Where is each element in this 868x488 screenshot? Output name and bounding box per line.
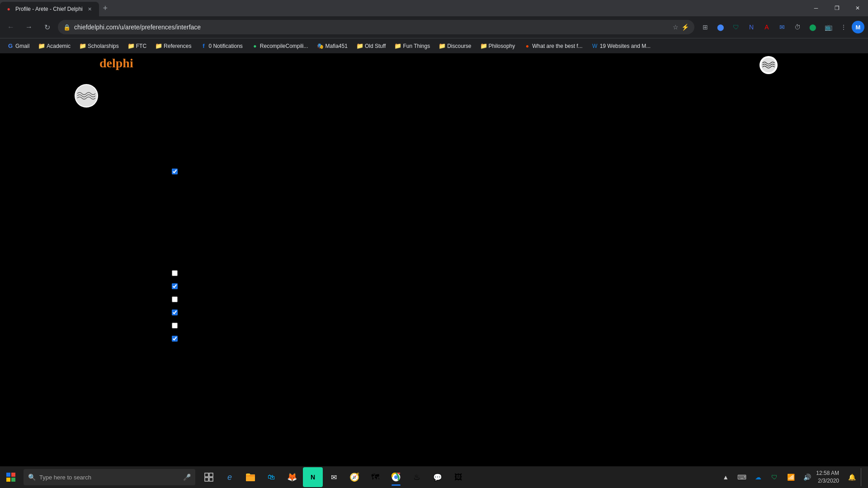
taskbar-search[interactable]: 🔍 Type here to search 🎤 — [24, 469, 195, 485]
svg-rect-7 — [209, 473, 213, 477]
active-tab[interactable]: ● Profile - Arete - Chief Delphi ✕ — [0, 2, 99, 16]
checkbox-item-2 — [172, 296, 178, 302]
time-display: 12:58 AM — [816, 469, 839, 477]
avatar-top-right[interactable] — [760, 56, 778, 74]
tab-favicon: ● — [5, 6, 12, 12]
onedrive-icon[interactable]: ☁ — [751, 470, 765, 484]
avatar-left[interactable] — [75, 84, 98, 108]
bookmark-academic[interactable]: 📁 Academic — [35, 40, 74, 52]
profile-avatar[interactable]: M — [852, 21, 864, 33]
url-icons: ☆ ⚡ — [673, 23, 689, 31]
taskbar-chrome[interactable] — [386, 467, 406, 487]
forward-button[interactable]: → — [22, 20, 36, 34]
minimize-button[interactable]: ─ — [806, 0, 826, 16]
bookmark-whatare[interactable]: ● What are the best f... — [520, 40, 586, 52]
taskbar-file-explorer[interactable] — [241, 467, 260, 487]
close-button[interactable]: ✕ — [847, 0, 868, 16]
tab-bar: ● Profile - Arete - Chief Delphi ✕ + ─ ❐… — [0, 0, 868, 16]
address-bar: ← → ↻ 🔒 chiefdelphi.com/u/arete/preferen… — [0, 16, 868, 38]
reload-button[interactable]: ↻ — [40, 20, 54, 34]
show-hidden-icons[interactable]: ▲ — [718, 470, 733, 484]
star-icon[interactable]: ☆ — [673, 23, 679, 31]
svg-rect-5 — [11, 478, 15, 482]
taskbar-firefox[interactable]: 🦊 — [282, 467, 302, 487]
bookmark-funthings[interactable]: 📁 Fun Things — [391, 40, 434, 52]
bookmark-references[interactable]: 📁 References — [152, 40, 195, 52]
start-button[interactable] — [0, 466, 22, 488]
new-tab-button[interactable]: + — [99, 2, 112, 14]
bookmark-oldstuff[interactable]: 📁 Old Stuff — [353, 40, 389, 52]
taskbar-mail[interactable]: ✉ — [324, 467, 344, 487]
more-menu-button[interactable]: ⋮ — [836, 20, 851, 34]
main-checkbox-area — [172, 169, 178, 174]
delphi-logo[interactable]: delphi — [99, 56, 133, 70]
taskbar-task-view[interactable] — [199, 467, 219, 487]
date-display: 2/3/2020 — [816, 477, 839, 485]
clock-icon[interactable]: ⏱ — [790, 20, 805, 34]
taskbar-n-app[interactable]: N — [303, 467, 323, 487]
kaspersky-icon[interactable]: 🛡 — [729, 20, 743, 34]
lock-icon: 🔒 — [63, 24, 71, 31]
taskbar-maps[interactable]: 🗺 — [365, 467, 385, 487]
folder-icon: 📁 — [357, 43, 363, 49]
browser-extensions-icon[interactable]: ⚡ — [681, 23, 689, 31]
bookmark-scholarships-label: Scholarships — [88, 43, 119, 49]
taskbar-time[interactable]: 12:58 AM 2/3/2020 — [816, 469, 843, 485]
taskbar-browser2[interactable]: 🧭 — [344, 467, 364, 487]
url-bar[interactable]: 🔒 chiefdelphi.com/u/arete/preferences/in… — [58, 20, 694, 34]
bookmark-ftc[interactable]: 📁 FTC — [124, 40, 150, 52]
keyboard-icon[interactable]: ⌨ — [735, 470, 749, 484]
word-favicon: W — [592, 43, 598, 49]
checkbox-3[interactable] — [172, 310, 178, 315]
microphone-icon[interactable]: 🎤 — [183, 474, 191, 481]
folder-icon: 📁 — [156, 43, 162, 49]
tab-close-button[interactable]: ✕ — [86, 5, 94, 13]
task-view-icon — [204, 473, 213, 482]
chrome-icon[interactable]: ⬤ — [713, 20, 728, 34]
bookmark-mafia[interactable]: 🎭 Mafia451 — [314, 40, 351, 52]
mafia-favicon: 🎭 — [317, 43, 324, 49]
green-icon[interactable]: ⬤ — [806, 20, 820, 34]
bookmark-academic-label: Academic — [47, 43, 71, 49]
toolbar-icons: ⊞ ⬤ 🛡 N A ✉ ⏱ ⬤ 📺 ⋮ M — [698, 20, 864, 34]
taskbar-show-desktop[interactable] — [861, 468, 864, 486]
bookmark-discourse[interactable]: 📁 Discourse — [435, 40, 475, 52]
screen-icon[interactable]: 📺 — [821, 20, 835, 34]
bookmark-notifications[interactable]: f 0 Notifications — [197, 40, 246, 52]
taskbar-discord[interactable]: 💬 — [428, 467, 448, 487]
taskbar-store[interactable]: 🛍 — [261, 467, 281, 487]
maximize-button[interactable]: ❐ — [826, 0, 847, 16]
avatar-left-image — [75, 84, 98, 108]
checkbox-1[interactable] — [172, 283, 178, 289]
folder-icon: 📁 — [38, 43, 45, 49]
taskbar-photos[interactable]: 🖼 — [448, 467, 468, 487]
recompile-favicon: ● — [252, 43, 258, 49]
notifications-button[interactable]: 🔔 — [844, 470, 859, 484]
bookmark-recompile[interactable]: ● RecompileCompili... — [248, 40, 312, 52]
main-checkbox[interactable] — [172, 169, 178, 174]
svg-rect-9 — [209, 478, 213, 481]
security-icon[interactable]: 🛡 — [767, 470, 782, 484]
nordvpn-icon[interactable]: N — [744, 20, 759, 34]
folder-icon: 📁 — [481, 43, 487, 49]
extensions-button[interactable]: ⊞ — [698, 20, 712, 34]
bookmark-recompile-label: RecompileCompili... — [260, 43, 308, 49]
folder-icon: 📁 — [80, 43, 86, 49]
volume-icon[interactable]: 🔊 — [800, 470, 814, 484]
bookmark-philosophy[interactable]: 📁 Philosophy — [477, 40, 519, 52]
taskbar-edge[interactable]: e — [220, 467, 240, 487]
checkbox-item-3 — [172, 310, 178, 315]
checkbox-0[interactable] — [172, 270, 178, 276]
wifi-icon[interactable]: 📶 — [783, 470, 798, 484]
mail-icon[interactable]: ✉ — [775, 20, 789, 34]
svg-rect-11 — [246, 474, 250, 476]
checkbox-4[interactable] — [172, 323, 178, 328]
bookmark-gmail[interactable]: G Gmail — [4, 40, 33, 52]
bookmark-19websites[interactable]: W 19 Websites and M... — [588, 40, 655, 52]
back-button[interactable]: ← — [4, 20, 18, 34]
checkbox-5[interactable] — [172, 336, 178, 342]
bookmark-scholarships[interactable]: 📁 Scholarships — [76, 40, 123, 52]
abp-icon[interactable]: A — [760, 20, 774, 34]
taskbar-steam[interactable]: ♨ — [407, 467, 427, 487]
checkbox-2[interactable] — [172, 296, 178, 302]
